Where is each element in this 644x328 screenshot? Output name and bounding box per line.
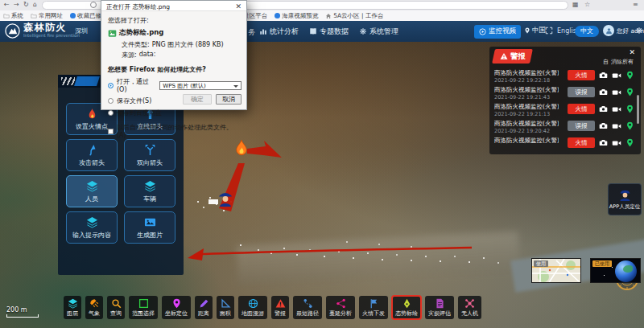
globe-3d-switch[interactable]: 已使用 (590, 258, 641, 283)
locate-pin-icon[interactable] (625, 71, 634, 80)
tool-fire-dispatch[interactable]: 火情下发 (359, 296, 388, 319)
alert-row[interactable]: 商洛防火视频监控(火警)2021-09-22 19:21:43误报 (489, 84, 641, 101)
tool-damage-assessment[interactable]: 灾损评估 (425, 296, 454, 319)
close-icon[interactable]: ✕ (629, 48, 635, 56)
bookmark-system[interactable]: 系统 (3, 12, 23, 20)
tool-situation-plot[interactable]: 态势标绘 (392, 296, 421, 319)
radio-save-cloud[interactable] (108, 110, 114, 116)
remember-label[interactable]: 以后自动采用相同的动作处理此类文件。(A) (117, 123, 242, 139)
reload-icon[interactable]: ↻ (23, 0, 29, 10)
ok-button[interactable]: 确定 (183, 94, 212, 105)
plot-button-input-tip-content[interactable]: 输入提示内容 (66, 211, 118, 244)
bookmark-5a-workbench[interactable]: 5A云小区 | 工作台 (325, 12, 383, 20)
warn-icon (275, 298, 286, 309)
locate-pin-icon[interactable] (625, 88, 634, 96)
tool-coordinate-locate[interactable]: 坐标定位 (162, 296, 191, 319)
plot-button-vehicle[interactable]: 车辆 (124, 175, 175, 207)
alert-scrollbar[interactable] (637, 95, 639, 124)
alert-status-chip[interactable]: 火情 (568, 137, 595, 148)
alert-status-chip[interactable]: 误报 (568, 121, 595, 131)
tool-layers[interactable]: 图层 (64, 296, 81, 319)
menu-statistics[interactable]: 统计分析 (259, 27, 299, 37)
menu-thematic-data[interactable]: 专题数据 (309, 27, 349, 37)
remember-checkbox[interactable] (108, 129, 114, 134)
tool-alarm[interactable]: 警报 (271, 296, 289, 319)
site-info-icon[interactable] (90, 2, 97, 8)
app-person-locate-widget[interactable]: APP人员定位 (608, 183, 642, 215)
vcam-icon[interactable] (612, 121, 621, 131)
tool-range-select[interactable]: 范围选择 (129, 296, 158, 319)
avatar[interactable] (603, 25, 614, 36)
menu-system-admin[interactable]: 系统管理 (359, 27, 398, 37)
alert-row[interactable]: 商洛防火视频监控(火警)2021-09-22 19:22:18火情 (489, 68, 641, 84)
plot-button-label: 车辆 (143, 195, 156, 203)
bookmark-common-sites[interactable]: 常用网址 (31, 12, 63, 20)
tool-spread-analysis[interactable]: 蔓延分析 (326, 296, 355, 319)
tool-area[interactable]: 面积 (217, 296, 234, 319)
app-widget-label: APP人员定位 (609, 203, 640, 211)
tool-weather[interactable]: 气象 (85, 296, 103, 319)
locate-pin-icon[interactable] (625, 138, 634, 147)
fullscreen-icon[interactable] (545, 27, 553, 35)
vcam-icon[interactable] (612, 71, 621, 80)
camera-icon[interactable] (599, 88, 608, 96)
bookmark-hikvision-preview[interactable]: 海康视频预览 (275, 12, 318, 20)
dialog-close-icon[interactable]: ✕ (235, 2, 242, 10)
plot-button-personnel[interactable]: 人员 (66, 175, 118, 207)
tool-map-roam[interactable]: 地图漫游 (238, 296, 267, 319)
camera-icon[interactable] (599, 105, 608, 113)
settings-gear-icon[interactable] (635, 27, 643, 35)
tool-drone[interactable]: 无人机 (458, 296, 481, 319)
camera-icon[interactable] (599, 138, 608, 147)
plot-button-generate-image[interactable]: 生成图片 (124, 211, 175, 244)
alert-status-chip[interactable]: 误报 (568, 87, 595, 97)
plot-button-attack-arrow[interactable]: 攻击箭头 (66, 139, 118, 171)
tool-search[interactable]: 查询 (107, 296, 125, 319)
bookmark-star-icon[interactable]: ☆ (584, 0, 590, 10)
locate-pin-icon[interactable] (625, 121, 634, 130)
location-pin-icon (524, 27, 530, 34)
cancel-button[interactable]: 取消 (216, 94, 242, 105)
open-with-select[interactable]: WPS 图片 (默认) (159, 81, 242, 90)
flame-icon (86, 108, 98, 120)
auto-prefix: 自 (603, 58, 609, 66)
alert-row[interactable]: 商洛防火视频监控(火警)火情 (489, 135, 641, 152)
alert-timestamp: 2021-09-22 19:22:18 (494, 77, 550, 84)
alert-status-chip[interactable]: 火情 (568, 70, 595, 80)
camera-icon[interactable] (599, 71, 608, 80)
forward-icon[interactable]: → (14, 0, 19, 10)
radio-open-label[interactable]: 打开，通过(O) (117, 77, 156, 93)
minimap-2d[interactable]: 使用 (531, 258, 581, 283)
plot-button-two-way-arrow[interactable]: 双向箭头 (124, 139, 175, 171)
radio-cloud-label[interactable]: 保存到百度网盘 (117, 109, 162, 117)
home-icon[interactable]: ⌂ (33, 0, 37, 10)
extensions-icon[interactable]: ▦ (572, 0, 579, 10)
drone-icon (464, 298, 475, 309)
back-icon[interactable]: ← (4, 0, 10, 10)
alert-status-chip[interactable]: 火情 (568, 104, 595, 114)
vcam-icon[interactable] (612, 138, 621, 148)
alert-row[interactable]: 商洛防火视频监控(火警)2021-09-22 19:21:13火情 (489, 101, 641, 118)
tool-label: 火情下发 (362, 310, 385, 318)
radio-open-with[interactable] (108, 83, 114, 88)
menu-icon[interactable]: ≡ (633, 0, 638, 10)
monitor-video-button[interactable]: 监控视频 (474, 25, 521, 39)
clear-all-button[interactable]: 自 消除所有 (603, 58, 634, 66)
radio-save-label[interactable]: 保存文件(S) (117, 96, 151, 105)
dialog-titlebar[interactable]: 正在打开 态势标绘.png ✕ (101, 1, 246, 11)
camera-icon[interactable] (599, 121, 608, 130)
alert-row[interactable]: 商洛防火视频监控(火警)2021-09-22 19:20:42误报 (489, 118, 641, 135)
vcam-icon[interactable] (612, 88, 621, 97)
layers-icon (144, 180, 156, 192)
sq-icon (138, 298, 149, 309)
minimap-chip[interactable]: 使用 (534, 260, 548, 267)
radio-save-file[interactable] (108, 98, 114, 104)
locate-pin-icon[interactable] (625, 105, 634, 113)
lang-chinese-pill[interactable]: 中文 (575, 26, 599, 37)
tool-shortest-path[interactable]: 最短路径 (293, 296, 322, 319)
plot-button-label: 攻击箭头 (79, 158, 105, 167)
menu-item-partial[interactable]: 务 (248, 27, 255, 38)
tool-distance[interactable]: 距离 (195, 296, 213, 319)
region-selector[interactable]: 中国 (524, 26, 546, 35)
vcam-icon[interactable] (612, 105, 621, 114)
